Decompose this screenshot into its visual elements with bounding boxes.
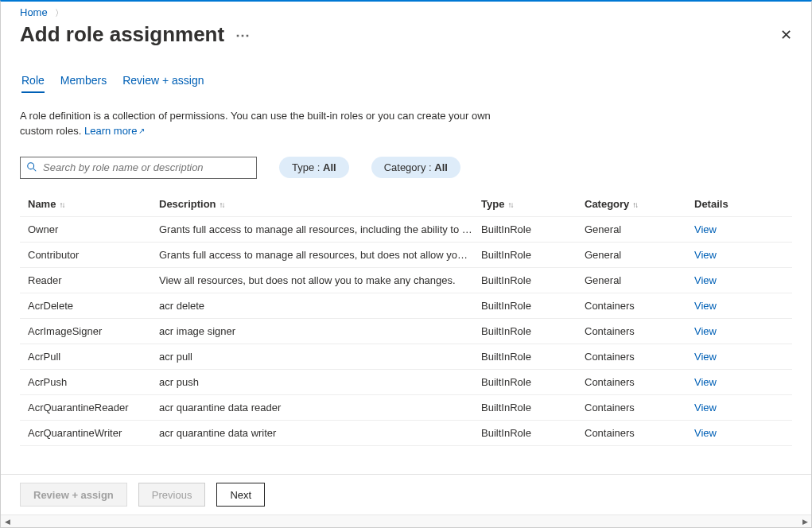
cell-category: General [585,274,694,286]
col-category-label: Category [585,198,629,210]
footer: Review + assign Previous Next [1,474,811,514]
tab-members[interactable]: Members [60,74,107,93]
view-link[interactable]: View [694,402,766,413]
cell-description: acr quarantine data reader [159,402,481,413]
view-link[interactable]: View [694,223,766,235]
cell-category: Containers [585,402,694,413]
table-row[interactable]: AcrImageSigneracr image signerBuiltInRol… [20,318,792,344]
col-details-label: Details [694,198,728,210]
cell-category: Containers [585,427,694,439]
cell-name: AcrPush [28,376,159,388]
cell-category: General [585,249,694,261]
cell-name: AcrPull [28,351,159,363]
cell-description: acr image signer [159,325,481,337]
cell-category: Containers [585,325,694,337]
table-row[interactable]: ContributorGrants full access to manage … [20,242,792,267]
content-scroll[interactable]: Role Members Review + assign A role defi… [1,47,811,474]
tab-review-assign[interactable]: Review + assign [122,74,204,93]
more-actions-button[interactable]: ⋯ [235,28,251,42]
table-row[interactable]: ReaderView all resources, but does not a… [20,267,792,293]
search-input[interactable] [20,157,257,179]
panel-root: Home 〉 Add role assignment ⋯ ✕ Role Memb… [0,0,812,528]
breadcrumb: Home 〉 [1,2,811,19]
view-link[interactable]: View [694,249,766,261]
previous-button: Previous [138,483,206,507]
cell-name: AcrQuarantineWriter [28,427,159,439]
col-type[interactable]: Type↑↓ [481,198,585,210]
filter-category-value: All [434,161,448,173]
tabs: Role Members Review + assign [20,74,792,93]
learn-more-link[interactable]: Learn more↗ [84,125,145,137]
close-button[interactable]: ✕ [780,28,792,42]
table-row[interactable]: AcrPullacr pullBuiltInRoleContainersView [20,344,792,369]
header: Add role assignment ⋯ ✕ [1,19,811,47]
col-type-label: Type [481,198,504,210]
table-body: OwnerGrants full access to manage all re… [20,216,792,446]
filter-type-label: Type : [292,161,323,173]
cell-description: View all resources, but does not allow y… [159,274,481,286]
cell-description: acr quarantine data writer [159,427,481,439]
cell-description: acr push [159,376,481,388]
cell-description: Grants full access to manage all resourc… [159,223,481,235]
filter-category-label: Category : [384,161,435,173]
table-row[interactable]: AcrQuarantineReaderacr quarantine data r… [20,394,792,420]
cell-name: AcrDelete [28,300,159,312]
table-row[interactable]: AcrQuarantineWriteracr quarantine data w… [20,420,792,446]
cell-category: Containers [585,300,694,312]
filter-type-pill[interactable]: Type : All [279,157,349,178]
page-title-text: Add role assignment [20,22,224,47]
horizontal-scrollbar[interactable]: ◀ ▶ [1,514,811,527]
view-link[interactable]: View [694,325,766,337]
cell-name: Reader [28,274,159,286]
sort-icon: ↑↓ [220,200,224,209]
filter-row: Type : All Category : All [20,157,792,179]
next-button[interactable]: Next [216,483,265,507]
external-link-icon: ↗ [138,126,145,135]
col-description-label: Description [159,198,216,210]
cell-type: BuiltInRole [481,300,585,312]
view-link[interactable]: View [694,376,766,388]
cell-type: BuiltInRole [481,351,585,363]
description-text: A role definition is a collection of per… [20,109,513,139]
chevron-right-icon: 〉 [55,8,64,17]
filter-category-pill[interactable]: Category : All [371,157,460,178]
cell-name: Contributor [28,249,159,261]
cell-type: BuiltInRole [481,325,585,337]
table-header: Name↑↓ Description↑↓ Type↑↓ Category↑↓ D… [20,193,792,216]
table-row[interactable]: AcrDeleteacr deleteBuiltInRoleContainers… [20,293,792,318]
view-link[interactable]: View [694,427,766,439]
cell-category: General [585,223,694,235]
sort-icon: ↑↓ [507,200,512,209]
tab-role[interactable]: Role [21,74,45,93]
page-title: Add role assignment ⋯ [20,22,251,47]
cell-type: BuiltInRole [481,223,585,235]
col-category[interactable]: Category↑↓ [585,198,694,210]
cell-type: BuiltInRole [481,249,585,261]
cell-category: Containers [585,351,694,363]
col-details: Details [694,198,766,210]
review-assign-button: Review + assign [20,483,127,507]
table-row[interactable]: AcrPushacr pushBuiltInRoleContainersView [20,369,792,394]
view-link[interactable]: View [694,300,766,312]
view-link[interactable]: View [694,351,766,363]
filter-type-value: All [323,161,336,173]
table-row[interactable]: OwnerGrants full access to manage all re… [20,216,792,242]
breadcrumb-home-link[interactable]: Home [20,6,48,18]
view-link[interactable]: View [694,274,766,286]
scroll-right-arrow-icon[interactable]: ▶ [798,515,811,527]
col-description[interactable]: Description↑↓ [159,198,481,210]
cell-category: Containers [585,376,694,388]
scroll-left-arrow-icon[interactable]: ◀ [1,515,14,527]
sort-icon: ↑↓ [59,200,64,209]
cell-name: Owner [28,223,159,235]
cell-name: AcrQuarantineReader [28,402,159,413]
cell-type: BuiltInRole [481,427,585,439]
cell-description: Grants full access to manage all resourc… [159,249,481,261]
cell-type: BuiltInRole [481,402,585,413]
roles-table: Name↑↓ Description↑↓ Type↑↓ Category↑↓ D… [20,193,792,446]
sort-icon: ↑↓ [632,200,637,209]
cell-type: BuiltInRole [481,376,585,388]
cell-name: AcrImageSigner [28,325,159,337]
col-name[interactable]: Name↑↓ [28,198,159,210]
learn-more-label: Learn more [84,125,137,137]
